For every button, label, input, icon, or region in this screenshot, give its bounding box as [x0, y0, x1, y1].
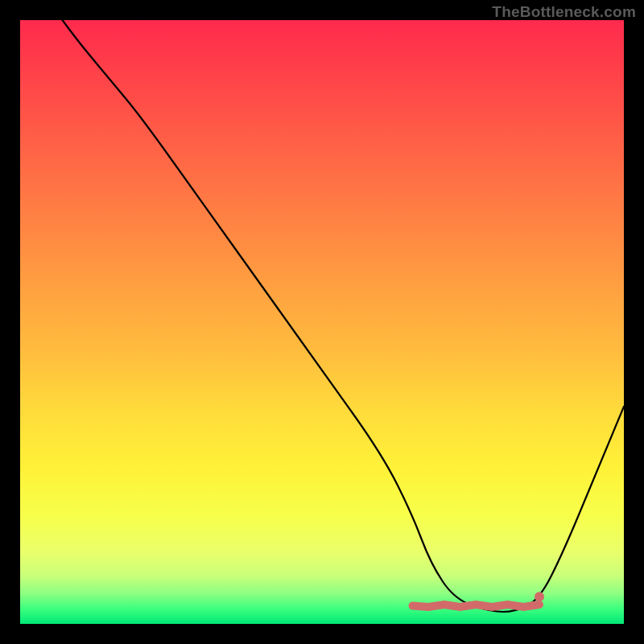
plot-area [20, 20, 624, 624]
curve-layer [20, 20, 624, 624]
chart-frame: TheBottleneck.com [0, 0, 644, 644]
watermark-text: TheBottleneck.com [492, 3, 636, 21]
flat-region-end-dot [535, 592, 544, 601]
flat-region-stroke [413, 605, 540, 607]
bottleneck-curve-path [63, 20, 625, 612]
